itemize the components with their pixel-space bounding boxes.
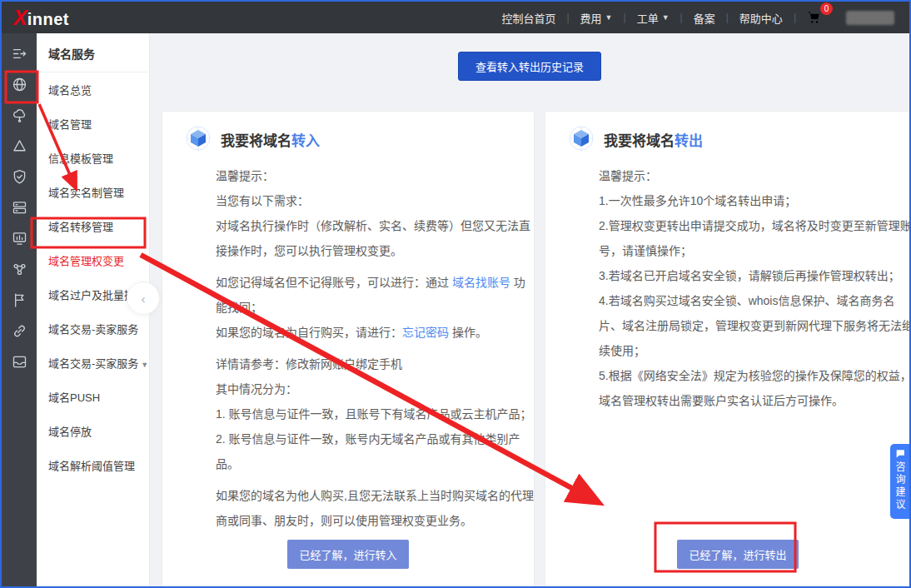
text-line: 温馨提示： — [599, 163, 909, 188]
sidebar-item-域名交易-买家服务[interactable]: 域名交易-买家服务▼ — [37, 346, 149, 380]
transfer-out-confirm-button[interactable]: 已经了解，进行转出 — [677, 540, 798, 569]
text-segment: 品。 — [216, 457, 239, 471]
text-segment: 1. 账号信息与证件一致，且账号下有域名产品或云主机产品； — [216, 407, 532, 421]
sidebar-collapse-handle[interactable]: ‹ — [127, 282, 160, 315]
sidebar-item-label: 域名解析阈值管理 — [48, 460, 135, 472]
link-chain-icon — [11, 322, 28, 340]
top-header-bar: Xinnet 控制台首页|费用▼|工单▼|备案|帮助中心|0 — [2, 2, 909, 33]
sidebar-item-域名交易-卖家服务[interactable]: 域名交易-卖家服务 — [37, 311, 149, 346]
text-line: 续使用； — [599, 338, 909, 363]
sidebar-item-label: 域名停放 — [48, 426, 92, 438]
sidebar-item-域名实名制管理[interactable]: 域名实名制管理 — [37, 175, 149, 209]
card-paragraph: 温馨提示：1.一次性最多允许10个域名转出申请；2.管理权变更转出申请提交成功，… — [599, 163, 909, 413]
consult-suggestion-tab[interactable]: 咨询建议 — [890, 444, 909, 519]
nav-item-label: 控制台首页 — [501, 10, 555, 26]
rail-item-collapse-sidebar[interactable] — [9, 43, 29, 63]
card-footer: 已经了解，进行转入 — [162, 540, 534, 586]
sidebar-item-域名PUSH[interactable]: 域名PUSH — [37, 380, 149, 414]
rail-item-cloud-host[interactable] — [9, 105, 29, 125]
sidebar-item-label: 信息模板管理 — [48, 152, 113, 165]
nav-item-label: 工单 — [637, 10, 659, 26]
sidebar-item-label: 域名交易-卖家服务 — [48, 323, 138, 336]
text-line: 对域名执行操作时（修改解析、实名、续费等）但您又无法直 — [216, 213, 517, 238]
nav-item-4[interactable]: 备案 — [683, 10, 726, 26]
main-content: 查看转入转出历史记录 我要将域名转入温馨提示：当您有以下需求：对域名执行操作时（… — [150, 33, 909, 586]
nav-item-2[interactable]: 费用▼ — [570, 10, 624, 26]
nav-item-3[interactable]: 工单▼ — [626, 10, 680, 26]
app-nodes-icon — [11, 261, 28, 278]
message-inbox-icon — [11, 353, 28, 371]
text-segment: 温馨提示： — [216, 169, 274, 182]
text-line: 温馨提示： — [216, 163, 517, 188]
server-storage-icon — [11, 199, 28, 217]
rail-item-server-storage[interactable] — [9, 197, 29, 217]
text-line: 域名管理权转出需要账户实名认证后方可操作。 — [599, 388, 909, 413]
nav-item-label: 费用 — [580, 10, 602, 26]
card-title: 我要将域名转出 — [604, 129, 703, 150]
sidebar-item-域名停放[interactable]: 域名停放 — [37, 414, 149, 448]
text-line: 详情请参考：修改新网账户绑定手机 — [216, 351, 517, 376]
text-line: 片、域名注册局锁定，管理权变更到新网代理下服务将无法继 — [599, 313, 909, 338]
card-header: 我要将域名转出 — [545, 112, 909, 158]
inline-link-忘记密码[interactable]: 忘记密码 — [402, 326, 449, 339]
sidebar-item-域名管理[interactable]: 域名管理 — [37, 107, 149, 141]
logo-text: innet — [27, 11, 69, 27]
transfer-in-confirm-button[interactable]: 已经了解，进行转入 — [287, 540, 408, 569]
text-segment: 如果您的域名为他人购买,且您无法联系上当时购买域名的代理 — [216, 489, 534, 502]
card-body-text: 温馨提示：1.一次性最多允许10个域名转出申请；2.管理权变更转出申请提交成功，… — [545, 158, 909, 420]
nav-item-label: 帮助中心 — [739, 10, 783, 26]
text-segment: 当您有以下需求： — [216, 194, 309, 207]
chevron-down-icon: ▼ — [605, 13, 613, 22]
card-paragraph: 如果您的域名为他人购买,且您无法联系上当时购买域名的代理商或同事、朋友时，则可以… — [216, 483, 517, 533]
sidebar-item-域名解析阈值管理[interactable]: 域名解析阈值管理 — [37, 448, 149, 482]
cart-button[interactable]: 0 — [796, 9, 833, 26]
cloud-service-icon — [11, 137, 28, 155]
card-header: 我要将域名转入 — [162, 112, 534, 158]
text-segment: 2.管理权变更转出申请提交成功，域名将及时变更至新管理账 — [599, 219, 909, 232]
text-segment: 功 — [510, 276, 525, 289]
sidebar-item-域名转移管理[interactable]: 域名转移管理 — [37, 209, 149, 243]
nav-item-5[interactable]: 帮助中心 — [729, 10, 794, 26]
text-line: 品。 — [216, 451, 517, 476]
sidebar-item-label: 域名转移管理 — [48, 221, 113, 233]
flag-marker-icon — [11, 292, 28, 309]
card-transfer-in: 我要将域名转入温馨提示：当您有以下需求：对域名执行操作时（修改解析、实名、续费等… — [162, 111, 535, 586]
view-transfer-history-button[interactable]: 查看转入转出历史记录 — [458, 52, 601, 81]
text-segment: 域名管理权转出需要账户实名认证后方可操作。 — [599, 394, 844, 407]
sidebar-item-label: 域名实名制管理 — [48, 187, 124, 199]
inline-link-域名找账号[interactable]: 域名找账号 — [452, 276, 510, 289]
rail-item-flag-marker[interactable] — [9, 290, 29, 310]
xinnet-logo[interactable]: Xinnet — [13, 7, 69, 28]
sidebar-item-域名总览[interactable]: 域名总览 — [37, 72, 149, 107]
nav-item-label: 备案 — [694, 10, 715, 26]
text-line: 能找回； — [216, 295, 517, 320]
card-transfer-out: 我要将域名转出温馨提示：1.一次性最多允许10个域名转出申请；2.管理权变更转出… — [545, 111, 909, 586]
cube-3d-icon — [184, 125, 212, 153]
text-segment: 号，请谨慎操作； — [599, 244, 692, 257]
monitor-stats-icon — [11, 230, 28, 247]
chevron-down-icon: ▼ — [662, 13, 670, 22]
text-segment: 接操作时，您可以执行管理权变更。 — [216, 244, 402, 257]
rail-item-cloud-service[interactable] — [9, 136, 29, 156]
rail-item-message-inbox[interactable] — [9, 351, 29, 371]
text-line: 如果您的域名为自行购买，请进行：忘记密码 操作。 — [216, 320, 517, 345]
cube-3d-icon — [567, 125, 595, 153]
text-segment: 详情请参考：修改新网账户绑定手机 — [216, 357, 402, 371]
rail-item-app-nodes[interactable] — [9, 259, 29, 279]
text-line: 号，请谨慎操作； — [599, 238, 909, 263]
sidebar-item-域名管理权变更[interactable]: 域名管理权变更 — [37, 243, 149, 277]
sidebar-item-信息模板管理[interactable]: 信息模板管理 — [37, 141, 149, 175]
nav-item-1[interactable]: 控制台首页 — [490, 10, 566, 26]
rail-item-domain-globe[interactable] — [9, 74, 29, 94]
rail-item-security-shield[interactable] — [9, 167, 29, 187]
sidebar-title: 域名服务 — [37, 45, 149, 72]
text-line: 1. 账号信息与证件一致，且账号下有域名产品或云主机产品； — [216, 401, 517, 426]
xinnet-console-window: Xinnet 控制台首页|费用▼|工单▼|备案|帮助中心|0 域名服务 域名总览… — [0, 0, 911, 588]
transfer-cards-row: 我要将域名转入温馨提示：当您有以下需求：对域名执行操作时（修改解析、实名、续费等… — [150, 111, 909, 586]
user-account-blurred[interactable] — [846, 11, 894, 25]
text-segment: 1.一次性最多允许10个域名转出申请； — [599, 194, 796, 207]
rail-item-link-chain[interactable] — [9, 321, 29, 341]
text-segment: 其中情况分为： — [216, 382, 297, 396]
rail-item-monitor-stats[interactable] — [9, 228, 29, 248]
text-line: 4.若域名购买过域名安全锁、whois信息保护、域名商务名 — [599, 288, 909, 313]
